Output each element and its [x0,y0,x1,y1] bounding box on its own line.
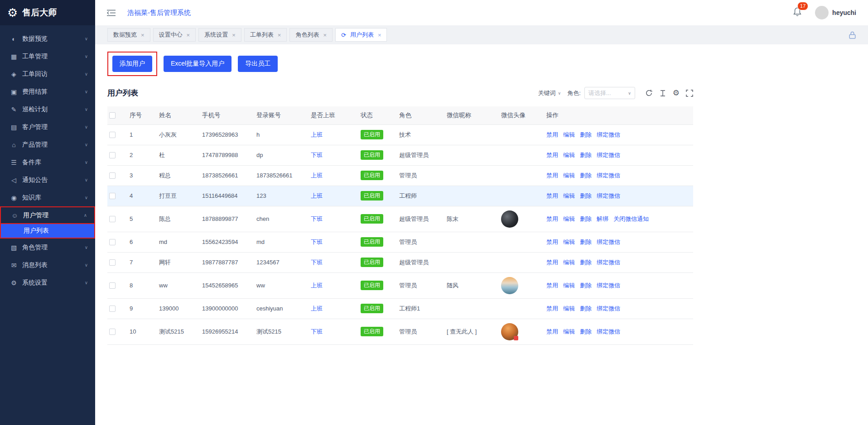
sidebar-item-notice[interactable]: ◁通知公告∨ [0,171,95,189]
action-link[interactable]: 绑定微信 [597,192,620,199]
row-checkbox[interactable] [109,259,116,266]
tab-settings-center[interactable]: 设置中心× [153,28,196,42]
action-link[interactable]: 删除 [580,131,592,138]
sidebar-item-work-order-followup[interactable]: ◈工单回访∨ [0,65,95,83]
action-link[interactable]: 删除 [580,172,592,179]
action-link[interactable]: 禁用 [546,328,558,335]
sidebar-item-knowledge-base[interactable]: ◉知识库∨ [0,189,95,206]
action-link[interactable]: 禁用 [546,259,558,266]
fullscreen-icon[interactable] [686,90,693,97]
user-avatar[interactable] [815,6,829,19]
sidebar-item-product-management[interactable]: ⌂产品管理∨ [0,136,95,153]
sidebar-item-spare-parts[interactable]: ☰备件库∨ [0,153,95,171]
action-link[interactable]: 删除 [580,192,592,199]
action-link[interactable]: 编辑 [563,305,575,312]
action-link[interactable]: 编辑 [563,328,575,335]
action-link[interactable]: 禁用 [546,305,558,312]
sidebar-item-work-order-management[interactable]: ▦工单管理∨ [0,48,95,65]
sidebar-item-customer-management[interactable]: ▤客户管理∨ [0,118,95,136]
action-link[interactable]: 绑定微信 [597,131,620,138]
close-icon[interactable]: × [141,32,145,38]
gear-icon[interactable]: ⚙ [673,89,680,97]
duty-link[interactable]: 上班 [311,172,323,179]
sidebar-item-role-management[interactable]: ▧角色管理∨ [0,239,95,256]
role-select[interactable]: 请选择... ∨ [584,87,635,99]
row-checkbox[interactable] [109,306,116,312]
header-checkbox[interactable] [109,112,116,119]
action-link[interactable]: 禁用 [546,192,558,199]
action-link[interactable]: 禁用 [546,172,558,179]
action-link[interactable]: 删除 [580,328,592,335]
action-link[interactable]: 删除 [580,152,592,158]
row-height-icon[interactable] [659,90,666,97]
action-link[interactable]: 删除 [580,282,592,289]
action-link[interactable]: 删除 [580,305,592,312]
row-checkbox[interactable] [109,282,116,289]
excel-import-button[interactable]: Excel批量导入用户 [164,56,231,72]
close-icon[interactable]: × [278,32,281,38]
action-link[interactable]: 绑定微信 [597,239,620,245]
action-link[interactable]: 绑定微信 [597,282,620,289]
action-link[interactable]: 编辑 [563,259,575,266]
sidebar-item-data-preview[interactable]: ◐数据预览∨ [0,30,95,48]
action-link[interactable]: 编辑 [563,282,575,289]
duty-link[interactable]: 下班 [311,239,323,245]
duty-link[interactable]: 下班 [311,259,323,266]
tab-role-list[interactable]: 角色列表× [289,28,333,42]
action-link[interactable]: 解绑 [597,215,608,222]
action-link[interactable]: 编辑 [563,215,575,222]
action-link[interactable]: 绑定微信 [597,328,620,335]
export-staff-button[interactable]: 导出员工 [238,56,278,72]
action-link[interactable]: 绑定微信 [597,259,620,266]
action-link[interactable]: 禁用 [546,131,558,138]
sidebar-item-system-settings[interactable]: ⚙系统设置∨ [0,274,95,291]
duty-link[interactable]: 上班 [311,192,323,199]
action-link[interactable]: 禁用 [546,215,558,222]
tab-user-list[interactable]: ⟳用户列表× [335,28,387,42]
notifications-button[interactable]: 17 [793,7,801,18]
row-checkbox[interactable] [109,216,116,222]
action-link[interactable]: 禁用 [546,239,558,245]
duty-link[interactable]: 上班 [311,131,323,138]
sidebar-item-message-list[interactable]: ✉消息列表∨ [0,256,95,274]
keyword-dropdown[interactable]: 关键词 ∨ [538,89,561,97]
action-link[interactable]: 绑定微信 [597,152,620,158]
duty-link[interactable]: 上班 [311,305,323,312]
action-link[interactable]: 编辑 [563,131,575,138]
action-link[interactable]: 删除 [580,239,592,245]
username[interactable]: heyuchi [832,9,856,16]
action-link[interactable]: 删除 [580,215,592,222]
action-link[interactable]: 绑定微信 [597,305,620,312]
lock-icon[interactable] [849,31,856,39]
duty-link[interactable]: 下班 [311,215,323,222]
close-icon[interactable]: × [232,32,236,38]
close-icon[interactable]: × [323,32,327,38]
duty-link[interactable]: 下班 [311,152,323,158]
close-icon[interactable]: × [378,32,381,38]
sidebar-item-user-management[interactable]: ☺用户管理∧ [1,207,94,224]
action-link[interactable]: 绑定微信 [597,172,620,179]
action-link[interactable]: 禁用 [546,152,558,158]
row-checkbox[interactable] [109,172,116,179]
action-link[interactable]: 禁用 [546,282,558,289]
duty-link[interactable]: 上班 [311,282,323,289]
action-link[interactable]: 编辑 [563,239,575,245]
row-checkbox[interactable] [109,152,116,158]
add-user-button[interactable]: 添加用户 [112,56,152,72]
duty-link[interactable]: 下班 [311,328,323,335]
tab-system-settings[interactable]: 系统设置× [198,28,241,42]
sidebar-item-inspection-plan[interactable]: ✎巡检计划∨ [0,100,95,118]
refresh-icon[interactable] [645,89,653,97]
action-link[interactable]: 删除 [580,259,592,266]
row-checkbox[interactable] [109,132,116,138]
action-link[interactable]: 编辑 [563,172,575,179]
sidebar-item-expense-settlement[interactable]: ▣费用结算∨ [0,83,95,100]
row-checkbox[interactable] [109,239,116,245]
tab-work-order-list[interactable]: 工单列表× [244,28,287,42]
row-checkbox[interactable] [109,329,116,335]
tab-data-preview[interactable]: 数据预览× [107,28,150,42]
sidebar-subitem-user-list[interactable]: 用户列表 [1,224,94,238]
action-link[interactable]: 编辑 [563,192,575,199]
row-checkbox[interactable] [109,193,116,199]
close-icon[interactable]: × [187,32,190,38]
